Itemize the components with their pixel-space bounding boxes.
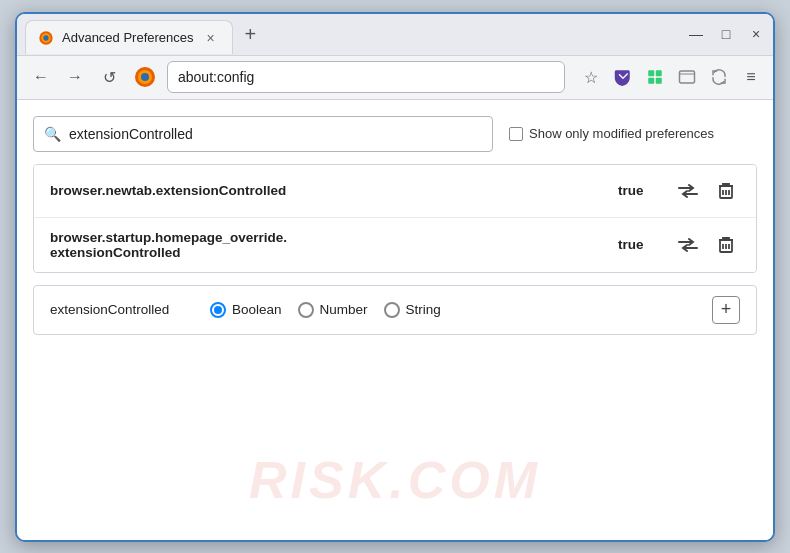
search-input-value[interactable]: extensionControlled	[69, 126, 193, 142]
refresh-button[interactable]: ↺	[95, 63, 123, 91]
browser-tab[interactable]: Advanced Preferences ×	[25, 20, 233, 54]
window-controls: — □ ×	[687, 25, 765, 43]
watermark: RISK.COM	[249, 450, 541, 510]
number-radio-button[interactable]	[298, 302, 314, 318]
boolean-label: Boolean	[232, 302, 282, 317]
new-pref-name: extensionControlled	[50, 302, 190, 317]
svg-rect-7	[656, 70, 662, 76]
show-modified-label: Show only modified preferences	[529, 126, 714, 141]
svg-rect-8	[648, 78, 654, 84]
boolean-radio[interactable]: Boolean	[210, 302, 282, 318]
pref-actions	[674, 231, 740, 259]
delete-button[interactable]	[712, 177, 740, 205]
bookmark-icon[interactable]: ☆	[579, 65, 603, 89]
pref-actions	[674, 177, 740, 205]
search-row: 🔍 extensionControlled Show only modified…	[33, 116, 757, 152]
tab-favicon-icon	[38, 30, 54, 46]
address-text: about:config	[178, 69, 254, 85]
table-row: browser.startup.homepage_override. exten…	[34, 218, 756, 272]
search-box[interactable]: 🔍 extensionControlled	[33, 116, 493, 152]
pref-value: true	[618, 237, 658, 252]
pocket-icon[interactable]	[611, 65, 635, 89]
string-label: String	[406, 302, 441, 317]
back-button[interactable]: ←	[27, 63, 55, 91]
boolean-radio-button[interactable]	[210, 302, 226, 318]
tab-title: Advanced Preferences	[62, 30, 194, 45]
table-row: browser.newtab.extensionControlled true	[34, 165, 756, 218]
svg-point-2	[43, 35, 48, 40]
preferences-table: browser.newtab.extensionControlled true	[33, 164, 757, 273]
string-radio[interactable]: String	[384, 302, 441, 318]
search-icon: 🔍	[44, 126, 61, 142]
content-area: 🔍 extensionControlled Show only modified…	[17, 100, 773, 540]
close-button[interactable]: ×	[747, 25, 765, 43]
profile-icon[interactable]	[675, 65, 699, 89]
navigation-bar: ← → ↺ about:config ☆	[17, 56, 773, 100]
maximize-button[interactable]: □	[717, 25, 735, 43]
boolean-radio-inner	[214, 306, 222, 314]
pref-name: browser.startup.homepage_override. exten…	[50, 230, 618, 260]
svg-rect-9	[656, 78, 662, 84]
new-tab-button[interactable]: +	[239, 24, 263, 44]
sync-icon[interactable]	[707, 65, 731, 89]
toggle-button[interactable]	[674, 231, 702, 259]
svg-rect-6	[648, 70, 654, 76]
toggle-button[interactable]	[674, 177, 702, 205]
tab-close-button[interactable]: ×	[202, 29, 220, 47]
number-label: Number	[320, 302, 368, 317]
type-radio-group: Boolean Number String	[210, 302, 441, 318]
forward-button[interactable]: →	[61, 63, 89, 91]
delete-button[interactable]	[712, 231, 740, 259]
pref-name: browser.newtab.extensionControlled	[50, 183, 618, 198]
show-modified-option[interactable]: Show only modified preferences	[509, 126, 714, 141]
address-bar[interactable]: about:config	[167, 61, 565, 93]
minimize-button[interactable]: —	[687, 25, 705, 43]
firefox-logo-icon	[133, 65, 157, 89]
nav-icon-group: ☆ ≡	[579, 65, 763, 89]
pref-value: true	[618, 183, 658, 198]
show-modified-checkbox[interactable]	[509, 127, 523, 141]
extension-icon[interactable]	[643, 65, 667, 89]
svg-rect-10	[680, 71, 695, 83]
string-radio-button[interactable]	[384, 302, 400, 318]
new-preference-row: extensionControlled Boolean Number Strin…	[33, 285, 757, 335]
browser-window: Advanced Preferences × + — □ × ← → ↺ abo…	[15, 12, 775, 542]
title-bar: Advanced Preferences × + — □ ×	[17, 14, 773, 56]
number-radio[interactable]: Number	[298, 302, 368, 318]
svg-point-5	[141, 73, 149, 81]
add-preference-button[interactable]: +	[712, 296, 740, 324]
menu-icon[interactable]: ≡	[739, 65, 763, 89]
